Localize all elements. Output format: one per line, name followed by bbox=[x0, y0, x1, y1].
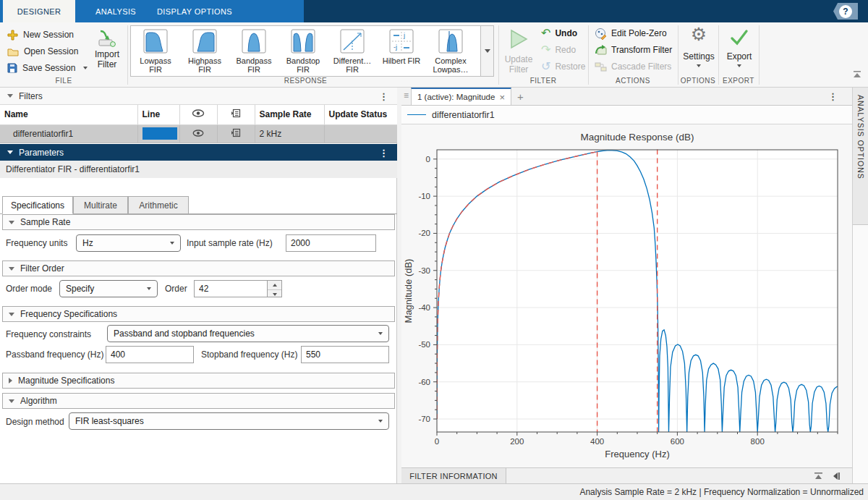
filter-name-cell[interactable]: differentiatorfir1 bbox=[0, 124, 137, 143]
save-session-button[interactable]: Save Session bbox=[7, 62, 88, 75]
lowpass-fir-button[interactable]: Lowpass FIR bbox=[131, 26, 180, 76]
col-header-info[interactable] bbox=[217, 105, 255, 124]
order-mode-label: Order mode bbox=[6, 280, 52, 297]
magnitude-specifications-section-header[interactable]: Magnitude Specifications bbox=[2, 373, 395, 389]
new-plot-tab-button[interactable]: + bbox=[517, 90, 524, 103]
collapse-triangle-icon bbox=[9, 267, 14, 271]
col-header-update-status[interactable]: Update Status bbox=[324, 105, 397, 124]
redo-button[interactable]: ↷ Redo bbox=[541, 43, 576, 57]
filters-panel-header[interactable]: Filters ⋮ bbox=[0, 88, 397, 105]
expand-panel-icon[interactable] bbox=[814, 472, 823, 480]
svg-text:Magnitude Response (dB): Magnitude Response (dB) bbox=[581, 132, 694, 143]
filter-sample-rate-cell[interactable]: 2 kHz bbox=[255, 124, 324, 143]
hilbert-fir-button[interactable]: j-j Hilbert FIR bbox=[377, 26, 426, 76]
filter-information-tab[interactable]: FILTER INFORMATION bbox=[401, 468, 506, 483]
tab-specifications[interactable]: Specifications bbox=[2, 196, 73, 214]
filter-description: Differentiator FIR - differentiatorfir1 bbox=[0, 161, 397, 178]
bandpass-fir-button[interactable]: Bandpass FIR bbox=[229, 26, 278, 76]
differentiator-fir-button[interactable]: Different… FIR bbox=[328, 26, 377, 76]
filter-visibility-cell[interactable] bbox=[179, 124, 217, 143]
col-header-name[interactable]: Name bbox=[0, 105, 137, 124]
filter-update-status-cell[interactable] bbox=[324, 124, 397, 143]
line-color-swatch[interactable] bbox=[142, 127, 177, 140]
frequency-units-select[interactable]: Hz bbox=[76, 234, 181, 252]
col-header-visibility[interactable] bbox=[179, 105, 217, 124]
spinner-down-icon bbox=[273, 293, 277, 296]
save-session-dropdown-icon[interactable] bbox=[83, 67, 88, 69]
new-session-button[interactable]: New Session bbox=[7, 28, 74, 41]
tab-display-options[interactable]: DISPLAY OPTIONS bbox=[154, 0, 235, 22]
frequency-specifications-section-header[interactable]: Frequency Specifications bbox=[2, 306, 395, 322]
tab-designer[interactable]: DESIGNER bbox=[3, 0, 75, 22]
settings-button[interactable]: Settings bbox=[678, 51, 719, 67]
undo-button[interactable]: ↶ Undo bbox=[541, 26, 577, 41]
analysis-options-tab[interactable]: ANALYSIS OPTIONS bbox=[853, 88, 868, 225]
filters-menu-dots-icon[interactable]: ⋮ bbox=[379, 90, 388, 101]
update-filter-button[interactable]: Update Filter bbox=[502, 54, 535, 75]
design-method-select[interactable]: FIR least-squares bbox=[69, 412, 389, 430]
tab-arithmetic[interactable]: Arithmetic bbox=[128, 196, 189, 214]
parameters-panel-header[interactable]: Parameters ⋮ bbox=[0, 144, 397, 161]
input-sample-rate-field[interactable] bbox=[286, 234, 376, 252]
cascade-filters-button[interactable]: Cascade Filters bbox=[595, 59, 671, 74]
tab-multirate[interactable]: Multirate bbox=[73, 196, 128, 214]
bandstop-fir-button[interactable]: Bandstop FIR bbox=[278, 26, 328, 76]
open-session-label: Open Session bbox=[24, 46, 78, 56]
edit-pole-zero-button[interactable]: Edit Pole-Zero bbox=[595, 26, 667, 41]
tab-list-icon[interactable]: ≡ bbox=[404, 90, 409, 101]
passband-frequency-label: Passband frequency (Hz) bbox=[6, 346, 103, 363]
close-tab-icon[interactable]: × bbox=[499, 92, 505, 103]
tab-analysis-label: ANALYSIS bbox=[95, 7, 136, 16]
spinner-down-button[interactable] bbox=[268, 289, 281, 298]
svg-text:-20: -20 bbox=[418, 229, 430, 237]
tab-analysis[interactable]: ANALYSIS bbox=[80, 0, 152, 22]
plot-menu-dots-icon[interactable]: ⋮ bbox=[828, 91, 838, 102]
import-filter-button[interactable]: Import Filter bbox=[88, 30, 126, 69]
spinner-up-button[interactable] bbox=[268, 281, 281, 289]
stopband-frequency-field[interactable] bbox=[301, 346, 389, 363]
help-button[interactable]: ? bbox=[833, 3, 858, 20]
filter-row-differentiatorfir1[interactable]: differentiatorfir1 2 kHz bbox=[0, 124, 397, 143]
passband-frequency-field[interactable] bbox=[106, 346, 194, 363]
col-header-sample-rate[interactable]: Sample Rate bbox=[255, 105, 324, 124]
settings-gear-icon: ⚙ bbox=[678, 24, 719, 45]
svg-text:j: j bbox=[403, 32, 405, 39]
tab-magnitude-plot[interactable]: 1 (active): Magnitude × bbox=[411, 88, 511, 106]
col-header-line[interactable]: Line bbox=[137, 105, 179, 124]
section-label-response: RESPONSE bbox=[130, 77, 481, 85]
restore-button[interactable]: ↺ Restore bbox=[541, 59, 585, 74]
transform-filter-button[interactable]: Transform Filter bbox=[595, 43, 672, 57]
new-session-label: New Session bbox=[23, 30, 74, 40]
export-check-icon bbox=[729, 28, 749, 47]
status-bar: Analysis Sample Rate = 2 kHz | Frequency… bbox=[0, 483, 868, 500]
filter-line-cell[interactable] bbox=[137, 124, 179, 143]
order-spinner bbox=[268, 280, 282, 297]
highpass-fir-button[interactable]: Highpass FIR bbox=[180, 26, 229, 76]
response-gallery-expand-button[interactable] bbox=[480, 25, 494, 77]
export-button[interactable]: Export bbox=[720, 51, 758, 67]
dropdown-arrow-icon bbox=[378, 420, 383, 423]
undo-label: Undo bbox=[555, 28, 577, 38]
frequency-constraints-select[interactable]: Passband and stopband frequencies bbox=[107, 325, 389, 342]
svg-text:-60: -60 bbox=[418, 378, 430, 386]
filters-table: Name Line Sample Rate Update Status diff… bbox=[0, 105, 397, 143]
order-mode-select[interactable]: Specify bbox=[59, 280, 158, 297]
complex-lowpass-fir-button[interactable]: Complex Lowpas… bbox=[426, 26, 475, 76]
filter-order-section-header[interactable]: Filter Order bbox=[2, 260, 395, 276]
sample-rate-section-header[interactable]: Sample Rate bbox=[2, 214, 395, 230]
filter-info-cell[interactable] bbox=[217, 124, 255, 143]
order-field[interactable] bbox=[194, 280, 268, 297]
collapse-triangle-icon bbox=[9, 399, 14, 403]
section-label-file: FILE bbox=[0, 77, 127, 85]
parameters-menu-dots-icon[interactable]: ⋮ bbox=[379, 147, 388, 158]
bandstop-fir-icon bbox=[291, 29, 315, 54]
parameters-panel-title: Parameters bbox=[19, 148, 64, 158]
redo-icon: ↷ bbox=[541, 44, 550, 56]
algorithm-section-header[interactable]: Algorithm bbox=[2, 393, 395, 409]
collapse-ribbon-button[interactable] bbox=[852, 70, 862, 79]
settings-dropdown-icon bbox=[697, 64, 701, 67]
dock-left-icon[interactable] bbox=[831, 472, 841, 480]
status-bar-text: Analysis Sample Rate = 2 kHz | Frequency… bbox=[579, 487, 864, 497]
magnitude-response-chart[interactable]: 02004006008000-10-20-30-40-50-60-70Magni… bbox=[401, 125, 852, 467]
open-session-button[interactable]: Open Session bbox=[7, 45, 78, 58]
